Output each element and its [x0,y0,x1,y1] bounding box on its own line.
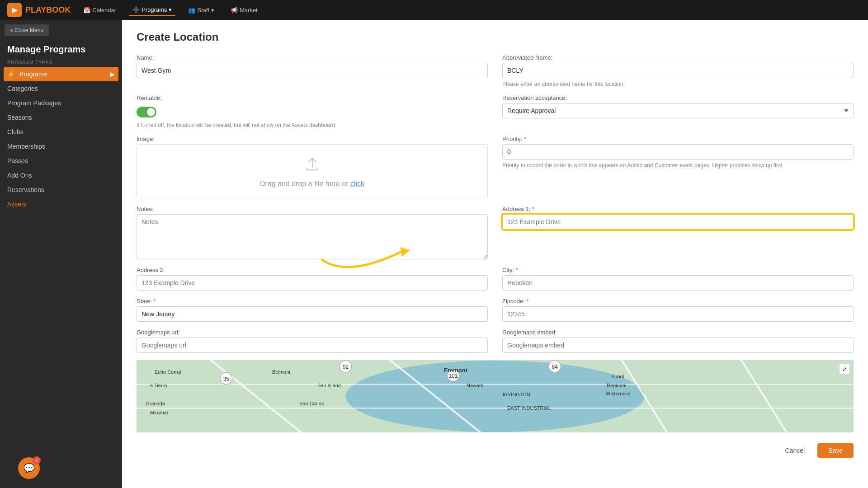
zipcode-input[interactable] [502,306,854,322]
city-group: City: * [502,267,854,291]
abbreviated-name-hint: Please enter an abbreviated name for thi… [502,81,854,87]
map-label-regional-wilderness: Regional [607,383,626,388]
googlemaps-embed-group: Googlemaps embed: [502,329,854,353]
state-group: State: * [137,298,488,322]
state-label: State: * [137,298,488,305]
sidebar-item-seasons[interactable]: Seasons [0,110,122,125]
map-container: 35 92 101 84 Echo Corral e Tierra Granad… [137,360,854,432]
sidebar-item-categories[interactable]: Categories [0,81,122,96]
nav-staff[interactable]: 👥 Staff ▾ [184,5,218,15]
top-nav: ▶ PLAYBOOK 📅 Calendar ➕ Programs ▾ 👥 Sta… [0,0,868,20]
save-button[interactable]: Save [817,443,854,458]
map-label-fremont: Fremont [444,367,467,374]
map-expand-button[interactable]: ⤢ [839,364,850,375]
image-upload-area[interactable]: Drag and drop a file here or click [137,144,488,198]
sidebar-title: Manage Programs [0,41,122,56]
logo-text: PLAYBOOK [25,5,71,15]
sidebar-item-programs[interactable]: ⚡ Programs ▶ [4,67,118,81]
address2-input[interactable] [137,275,488,291]
logo-icon: ▶ [7,3,22,17]
city-required: * [516,267,518,273]
svg-text:35: 35 [223,376,230,382]
address1-group: Address 1: * [502,206,854,259]
sidebar-item-passes[interactable]: Passes [0,154,122,168]
map-label-east-industrial: EAST INDUSTRIAL [507,405,551,411]
upload-text: Drag and drop a file here or click [260,180,364,188]
rentable-hint: If turned off, the location will be crea… [137,122,488,128]
market-icon: 📢 [231,7,238,14]
svg-text:84: 84 [552,364,558,370]
chevron-down-icon: ▾ [169,6,172,13]
priority-label: Priority: * [502,136,854,142]
city-label: City: * [502,267,854,273]
map-label-wilderness: Wilderness [606,391,630,396]
sidebar-item-addons[interactable]: Add Ons [0,168,122,183]
address1-input[interactable] [502,214,854,230]
map-label-granada: Granada [146,401,165,406]
priority-group: Priority: * Priority to control the orde… [502,136,854,198]
rentable-label: Rentable: [137,94,488,101]
map-label-irvington: IRVINGTON [503,392,530,397]
name-label: Name: [137,54,488,61]
dialog-title: Create Location [137,31,854,43]
priority-input[interactable] [502,144,854,160]
sidebar-item-reservations[interactable]: Reservations [0,183,122,197]
city-input[interactable] [502,275,854,291]
state-input[interactable] [137,306,488,322]
abbreviated-name-input[interactable] [502,63,854,78]
sidebar-item-clubs[interactable]: Clubs [0,125,122,139]
address2-group: Address 2: [137,267,488,291]
chat-bubble[interactable]: 💬 4 [18,457,40,479]
googlemaps-url-input[interactable] [137,338,488,353]
nav-calendar[interactable]: 📅 Calendar [80,5,120,15]
state-required: * [154,298,156,305]
zipcode-label: Zipcode: * [502,298,854,305]
map-label-miramar: Miramar [150,410,168,415]
notes-label: Notes: [137,206,488,212]
notes-group: Notes: [137,206,488,259]
cancel-button[interactable]: Cancel [778,443,812,458]
chat-icon: 💬 [24,463,35,474]
priority-required: * [524,136,526,142]
map-label-san-carlos: San Carlos [299,401,324,406]
address2-label: Address 2: [137,267,488,273]
svg-text:101: 101 [449,373,458,379]
rentable-toggle[interactable] [137,107,156,117]
googlemaps-embed-input[interactable] [502,338,854,353]
chevron-down-icon-staff: ▾ [211,7,214,14]
nav-market[interactable]: 📢 Market [227,5,261,15]
staff-icon: 👥 [188,7,195,14]
zipcode-group: Zipcode: * [502,298,854,322]
map-label-bair-island: Bair Island [317,383,341,388]
googlemaps-url-group: Googlemaps url: [137,329,488,353]
googlemaps-url-label: Googlemaps url: [137,329,488,336]
create-location-dialog: Create Location Name: Abbreviated Name: … [122,20,868,488]
svg-point-2 [346,361,645,432]
sidebar-item-program-packages[interactable]: Program Packages [0,96,122,110]
abbreviated-name-label: Abbreviated Name: [502,54,854,61]
close-menu-button[interactable]: « Close Menu [5,24,49,36]
map-label-tierra: e Tierra [150,383,167,388]
sidebar-item-assets[interactable]: Assets [0,197,122,211]
zipcode-required: * [527,298,529,305]
upload-click-link[interactable]: click [350,180,364,188]
sidebar: « Close Menu Manage Programs PROGRAM TYP… [0,20,122,488]
image-label: Image: [137,136,488,142]
programs-icon: ➕ [132,6,140,13]
googlemaps-embed-label: Googlemaps embed: [502,329,854,336]
dialog-footer: Cancel Save [137,436,854,458]
sidebar-item-memberships[interactable]: Memberships [0,139,122,154]
reservation-acceptance-label: Reservation acceptance: [502,94,854,101]
rentable-toggle-container [137,107,488,117]
reservation-acceptance-group: Reservation acceptance: Require Approval… [502,94,854,128]
upload-icon [303,155,321,176]
reservation-acceptance-select[interactable]: Require Approval Auto Accept None [502,103,854,118]
logo[interactable]: ▶ PLAYBOOK [7,3,71,17]
name-input[interactable] [137,63,488,78]
nav-programs[interactable]: ➕ Programs ▾ [129,5,175,16]
chat-badge: 4 [33,456,41,465]
notes-textarea[interactable] [137,214,488,259]
svg-text:92: 92 [343,364,349,370]
calendar-icon: 📅 [83,7,90,14]
programs-sidebar-icon: ⚡ [7,70,15,78]
